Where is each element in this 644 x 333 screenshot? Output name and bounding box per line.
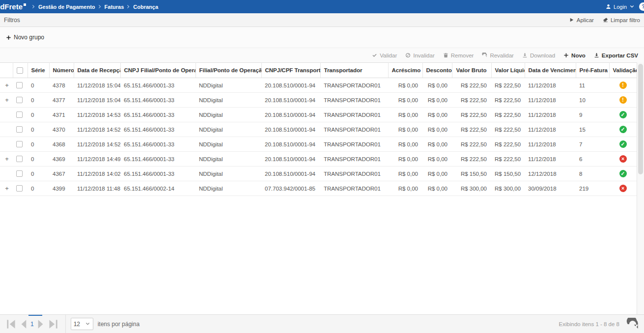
cell-filial: NDDigital: [196, 78, 261, 93]
cell-data_vencimento: 11/12/2018: [525, 152, 576, 166]
cell-transportador: TRANSPORTADOR01: [320, 181, 388, 196]
active-page-indicator: [28, 315, 42, 316]
cell-validacao: ✓: [609, 137, 637, 152]
column-header-data_recepcao[interactable]: Data de Recepção: [74, 63, 120, 78]
validate-button[interactable]: Validar: [372, 53, 397, 58]
expand-row-button[interactable]: +: [3, 155, 10, 163]
column-label-validacao: Validação: [613, 67, 637, 73]
cell-serie: 0: [28, 108, 49, 122]
export-csv-button[interactable]: Exportar CSV: [594, 53, 638, 58]
column-label-cnpj_transportador: CNPJ/CPF Transportador: [265, 67, 321, 73]
export-icon: [594, 53, 599, 58]
row-checkbox[interactable]: [16, 126, 23, 133]
breadcrumb-item[interactable]: Faturas: [105, 4, 124, 10]
table-row[interactable]: +0437811/12/2018 15:0465.151.466/0001-33…: [0, 78, 637, 93]
cell-pre_fatura: 10: [576, 93, 609, 108]
cell-serie: 0: [28, 166, 49, 181]
cell-valor_liquido: R$ 300,00: [491, 181, 525, 196]
new-group-button[interactable]: Novo grupo: [6, 34, 44, 41]
cell-desconto: R$ 0,00: [422, 152, 452, 166]
filter-panel: Novo grupo: [0, 27, 644, 48]
table-row[interactable]: 0437011/12/2018 14:5265.151.466/0001-33N…: [0, 122, 637, 137]
expand-cell: [0, 137, 13, 152]
table-header-row: SérieNúmeroData de RecepçãoCNPJ Filial/P…: [0, 63, 637, 78]
select-all-checkbox[interactable]: [17, 67, 23, 74]
column-header-pre_fatura[interactable]: Pré-Fatura: [576, 63, 609, 78]
cell-data_vencimento: 11/12/2018: [525, 93, 576, 108]
last-page-button[interactable]: [47, 318, 59, 331]
invalidate-label: Invalidar: [413, 53, 434, 58]
chevron-down-icon: [85, 321, 90, 327]
help-icon[interactable]: ?: [639, 2, 644, 11]
column-header-valor_bruto[interactable]: Valor Bruto: [452, 63, 491, 78]
column-header-transportador[interactable]: Transportador: [320, 63, 388, 78]
expand-row-button[interactable]: +: [3, 82, 10, 89]
cell-desconto: R$ 0,00: [422, 93, 452, 108]
row-checkbox[interactable]: [16, 170, 23, 177]
column-header-valor_liquido[interactable]: Valor Líquido: [491, 63, 525, 78]
scrollbar-thumb[interactable]: [638, 64, 643, 174]
prev-page-button[interactable]: [18, 318, 30, 331]
row-checkbox[interactable]: [16, 111, 23, 118]
table-row[interactable]: +0439911/12/2018 11:4865.151.466/0002-14…: [0, 181, 637, 196]
column-header-filial[interactable]: Filial/Ponto de Operação: [196, 63, 261, 78]
cell-data_recepcao: 11/12/2018 14:49: [74, 152, 120, 166]
invalidate-button[interactable]: Invalidar: [405, 53, 434, 58]
breadcrumb-item[interactable]: Cobrança: [133, 4, 158, 10]
clear-filter-button[interactable]: Limpar filtro: [603, 17, 640, 23]
cell-cnpj_transportador: 20.108.510/0001-94: [261, 166, 320, 181]
next-page-button[interactable]: [34, 318, 47, 331]
column-header-serie[interactable]: Série: [28, 63, 49, 78]
page-size-select[interactable]: 12: [71, 318, 93, 330]
cell-filial: NDDigital: [196, 137, 261, 152]
row-checkbox[interactable]: [16, 82, 23, 88]
vertical-scrollbar[interactable]: [637, 62, 644, 314]
login-menu[interactable]: Login: [606, 4, 635, 10]
cell-valor_bruto: R$ 222,50: [452, 137, 491, 152]
expand-row-button[interactable]: +: [3, 96, 10, 104]
cell-validacao: ×: [609, 181, 637, 196]
app-logo[interactable]: ddFrete: [0, 2, 26, 11]
table-row[interactable]: 0436711/12/2018 14:0265.151.466/0001-33N…: [0, 166, 637, 181]
cell-acrescimo: R$ 0,00: [388, 166, 422, 181]
remove-button[interactable]: Remover: [443, 53, 474, 58]
new-label: Novo: [571, 53, 586, 58]
cell-serie: 0: [28, 137, 49, 152]
download-button[interactable]: Download: [522, 53, 555, 58]
table-row[interactable]: +0436911/12/2018 14:4965.151.466/0001-33…: [0, 152, 637, 166]
cell-transportador: TRANSPORTADOR01: [320, 93, 388, 108]
cell-data_recepcao: 11/12/2018 15:04: [74, 93, 120, 108]
page-1-button[interactable]: 1: [30, 321, 34, 328]
row-checkbox[interactable]: [16, 97, 23, 103]
cell-numero: 4369: [49, 152, 74, 166]
refresh-button[interactable]: [626, 318, 639, 331]
table-row[interactable]: 0437111/12/2018 14:5365.151.466/0001-33N…: [0, 108, 637, 122]
column-header-numero[interactable]: Número: [49, 63, 74, 78]
column-header-data_vencimento[interactable]: Data de Vencimento: [525, 63, 576, 78]
revalidate-button[interactable]: Revalidar: [482, 53, 514, 58]
row-checkbox[interactable]: [16, 185, 23, 192]
column-header-desconto[interactable]: Desconto: [422, 63, 452, 78]
breadcrumb: Gestão de PagamentoFaturasCobrança: [31, 4, 158, 10]
table-row[interactable]: +0437711/12/2018 15:0465.151.466/0001-33…: [0, 93, 637, 108]
apply-filter-button[interactable]: Aplicar: [569, 17, 594, 23]
chevron-right-icon: [31, 4, 36, 9]
first-page-button[interactable]: [5, 318, 18, 331]
new-group-label: Novo grupo: [14, 34, 44, 41]
column-header-validacao[interactable]: Validação: [609, 63, 637, 78]
cell-serie: 0: [28, 152, 49, 166]
row-checkbox[interactable]: [16, 156, 23, 162]
breadcrumb-item[interactable]: Gestão de Pagamento: [38, 4, 95, 10]
column-header-cnpj_transportador[interactable]: CNPJ/CPF Transportador: [261, 63, 320, 78]
table-row[interactable]: 0436811/12/2018 14:5265.151.466/0001-33N…: [0, 137, 637, 152]
column-label-acrescimo: Acréscimo: [392, 67, 421, 73]
column-header-acrescimo[interactable]: Acréscimo: [388, 63, 422, 78]
expand-row-button[interactable]: +: [3, 185, 10, 192]
row-checkbox[interactable]: [16, 141, 23, 147]
column-header-cnpj_filial[interactable]: CNPJ Filial/Ponto de Operação: [120, 63, 196, 78]
chevron-right-icon: [97, 4, 103, 9]
select-all-cell: [13, 63, 28, 78]
plus-icon: [6, 35, 11, 40]
expand-cell: +: [0, 78, 13, 93]
new-button[interactable]: Novo: [563, 53, 586, 58]
